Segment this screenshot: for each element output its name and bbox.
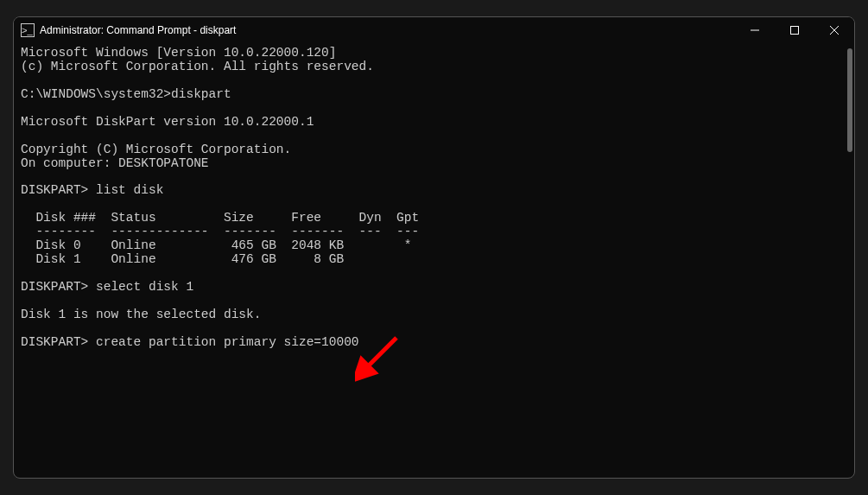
minimize-button[interactable]: [735, 17, 775, 43]
terminal-output[interactable]: Microsoft Windows [Version 10.0.22000.12…: [14, 43, 854, 478]
titlebar[interactable]: >_ Administrator: Command Prompt - diskp…: [14, 17, 854, 43]
svg-text:>_: >_: [22, 25, 34, 35]
svg-rect-2: [791, 27, 799, 35]
window-title: Administrator: Command Prompt - diskpart: [40, 24, 735, 36]
command-prompt-window: >_ Administrator: Command Prompt - diskp…: [13, 16, 855, 479]
cmd-icon: >_: [21, 23, 35, 37]
maximize-button[interactable]: [775, 17, 814, 43]
terminal-content-wrapper: Microsoft Windows [Version 10.0.22000.12…: [14, 43, 854, 478]
close-button[interactable]: [814, 17, 854, 43]
window-controls: [735, 17, 854, 42]
scrollbar-thumb[interactable]: [847, 48, 852, 152]
